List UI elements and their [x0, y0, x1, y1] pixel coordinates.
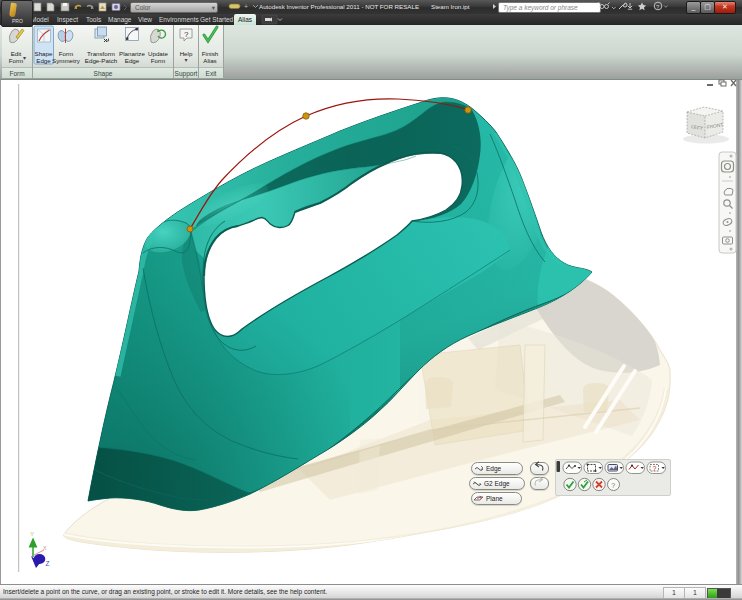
svg-text:?: ? [611, 482, 615, 489]
svg-text:?: ? [653, 465, 657, 472]
